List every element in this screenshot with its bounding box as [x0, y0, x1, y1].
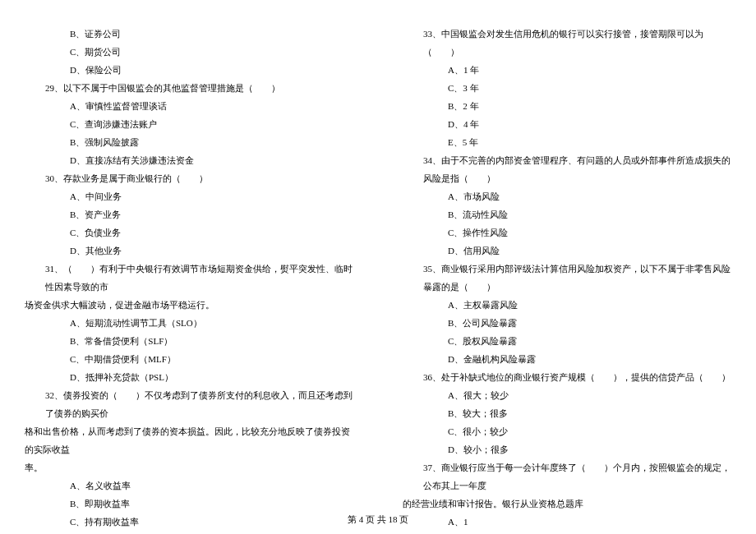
- option: A、主权暴露风险: [403, 296, 731, 314]
- question-30: 30、存款业务是属于商业银行的（ ）: [25, 169, 353, 187]
- option: A、很大；较少: [403, 386, 731, 404]
- question-37-cont: 的经营业绩和审计报告。银行从业资格总题库: [403, 495, 731, 513]
- option: B、证券公司: [25, 25, 353, 43]
- question-32-cont2: 率。: [25, 458, 353, 476]
- question-36: 36、处于补缺式地位的商业银行资产规模（ ），提供的信贷产品（ ）: [403, 368, 731, 386]
- left-column: B、证券公司 C、期货公司 D、保险公司 29、以下不属于中国银监会的其他监督管…: [0, 25, 378, 534]
- question-35: 35、商业银行采用内部评级法计算信用风险加权资产，以下不属于非零售风险暴露的是（…: [403, 260, 731, 296]
- option: C、查询涉嫌违法账户: [25, 115, 353, 133]
- option: D、较小；很多: [403, 440, 731, 458]
- page-content: B、证券公司 C、期货公司 D、保险公司 29、以下不属于中国银监会的其他监督管…: [0, 0, 756, 534]
- option: C、操作性风险: [403, 223, 731, 242]
- option: D、直接冻结有关涉嫌违法资金: [25, 151, 353, 169]
- option: D、其他业务: [25, 242, 353, 260]
- option: C、中期借贷便利（MLF）: [25, 350, 353, 368]
- question-37: 37、商业银行应当于每一会计年度终了（ ）个月内，按照银监会的规定，公布其上一年…: [403, 458, 731, 495]
- option: D、到期收益率: [25, 531, 353, 534]
- option: C、期货公司: [25, 43, 353, 61]
- question-32: 32、债券投资的（ ）不仅考虑到了债券所支付的利息收入，而且还考虑到了债券的购买…: [25, 386, 353, 422]
- option: D、金融机构风险暴露: [403, 350, 731, 368]
- option: B、2 年: [403, 97, 731, 115]
- option: A、审慎性监督管理谈话: [25, 97, 353, 115]
- option: B、流动性风险: [403, 205, 731, 223]
- option: C、很小；较少: [403, 422, 731, 440]
- option: B、公司风险暴露: [403, 314, 731, 332]
- option: A、名义收益率: [25, 476, 353, 495]
- right-column: 33、中国银监会对发生信用危机的银行可以实行接管，接管期限可以为（ ） A、1 …: [378, 25, 756, 534]
- option: B、较大；很多: [403, 404, 731, 422]
- option: C、3 年: [403, 79, 731, 97]
- option: E、5 年: [403, 133, 731, 151]
- option: B、强制风险披露: [25, 133, 353, 151]
- page-footer: 第 4 页 共 18 页: [0, 513, 756, 526]
- option: D、信用风险: [403, 242, 731, 260]
- option: B、3: [403, 531, 731, 534]
- option: D、抵押补充贷款（PSL）: [25, 368, 353, 386]
- option: B、常备借贷便利（SLF）: [25, 332, 353, 350]
- question-34: 34、由于不完善的内部资金管理程序、有问题的人员或外部事件所造成损失的风险是指（…: [403, 151, 731, 187]
- question-31: 31、（ ）有利于中央银行有效调节市场短期资金供给，熨平突发性、临时性因素导致的…: [25, 260, 353, 296]
- question-33: 33、中国银监会对发生信用危机的银行可以实行接管，接管期限可以为（ ）: [403, 25, 731, 61]
- option: A、中间业务: [25, 187, 353, 205]
- question-31-cont: 场资金供求大幅波动，促进金融市场平稳运行。: [25, 296, 353, 314]
- option: C、负债业务: [25, 223, 353, 242]
- option: B、即期收益率: [25, 495, 353, 513]
- option: C、股权风险暴露: [403, 332, 731, 350]
- option: B、资产业务: [25, 205, 353, 223]
- option: D、保险公司: [25, 61, 353, 79]
- option: A、1 年: [403, 61, 731, 79]
- option: A、市场风险: [403, 187, 731, 205]
- question-29: 29、以下不属于中国银监会的其他监督管理措施是（ ）: [25, 79, 353, 97]
- option: D、4 年: [403, 115, 731, 133]
- question-32-cont: 格和出售价格，从而考虑到了债券的资本损益。因此，比较充分地反映了债券投资的实际收…: [25, 422, 353, 458]
- option: A、短期流动性调节工具（SLO）: [25, 314, 353, 332]
